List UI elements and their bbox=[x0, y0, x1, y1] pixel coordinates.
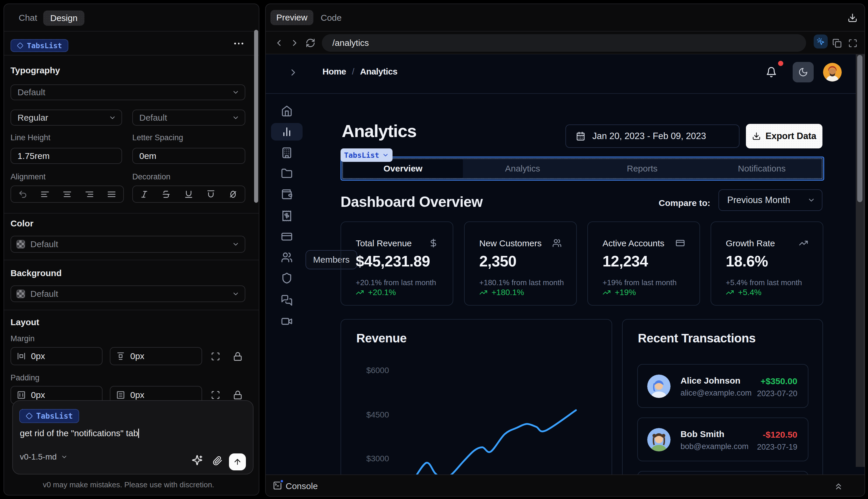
refresh-icon[interactable] bbox=[306, 38, 315, 48]
stat-value: $45,231.89 bbox=[356, 253, 430, 270]
console-label: Console bbox=[286, 475, 318, 497]
nav-rail-item-bar-chart[interactable] bbox=[281, 126, 293, 138]
align-right-icon[interactable] bbox=[85, 190, 94, 199]
chevron-down-icon bbox=[382, 151, 389, 159]
fullscreen-icon[interactable] bbox=[848, 39, 857, 48]
transaction-amount: -$120.50 bbox=[763, 430, 797, 440]
app-scrollbar-thumb[interactable] bbox=[857, 55, 863, 202]
selected-element-badge[interactable]: TabsList bbox=[340, 148, 393, 162]
overline-icon[interactable] bbox=[206, 190, 215, 199]
url-input[interactable]: /analytics bbox=[322, 34, 806, 52]
more-options-button[interactable] bbox=[234, 42, 243, 45]
panel-scrollbar[interactable] bbox=[254, 30, 258, 203]
download-icon[interactable] bbox=[847, 13, 857, 23]
color-select[interactable]: Default bbox=[11, 236, 245, 253]
app-scrollbar-track[interactable] bbox=[856, 54, 865, 467]
chevron-down-icon bbox=[232, 88, 239, 96]
align-left-icon[interactable] bbox=[40, 190, 50, 199]
line-height-input[interactable]: 1.75rem bbox=[11, 148, 122, 164]
strikethrough-icon[interactable] bbox=[162, 190, 171, 199]
arrow-up-icon bbox=[233, 458, 242, 466]
diamond-icon bbox=[17, 42, 23, 49]
composer-context-chip[interactable]: TabsList bbox=[19, 409, 79, 423]
padding-label: Padding bbox=[11, 373, 39, 382]
tab-preview[interactable]: Preview bbox=[271, 10, 313, 25]
app-tab-overview[interactable]: Overview bbox=[343, 159, 463, 178]
nav-rail-item-building[interactable] bbox=[281, 147, 293, 159]
chevrons-up-icon[interactable] bbox=[833, 482, 843, 491]
margin-expand-icon[interactable] bbox=[211, 352, 220, 361]
tab-design[interactable]: Design bbox=[43, 11, 84, 26]
chat-composer[interactable]: TabsList get rid of the "notifications" … bbox=[12, 400, 253, 474]
letter-spacing-label: Letter Spacing bbox=[132, 133, 183, 142]
color-select-value: Default bbox=[30, 239, 58, 249]
composer-input[interactable]: get rid of the "notifications" tab bbox=[20, 428, 139, 438]
nav-rail-item-video[interactable] bbox=[281, 316, 293, 327]
model-select[interactable]: v0-1.5-md bbox=[20, 452, 68, 462]
nav-rail-item-wallet[interactable] bbox=[281, 188, 293, 200]
line-height-value: 1.75rem bbox=[11, 151, 50, 161]
disclaimer-text: v0 may make mistakes. Please use with di… bbox=[4, 480, 253, 489]
italic-icon[interactable] bbox=[140, 190, 149, 199]
avatar[interactable] bbox=[823, 63, 842, 82]
breadcrumb: Home / Analytics bbox=[322, 66, 397, 76]
send-button[interactable] bbox=[229, 453, 246, 470]
inspect-cursor-icon[interactable] bbox=[814, 35, 828, 49]
date-range-button[interactable]: Jan 20, 2023 - Feb 09, 2023 bbox=[566, 124, 740, 148]
margin-y-input[interactable]: 0px bbox=[110, 347, 202, 365]
nav-rail-item-credit-card[interactable] bbox=[281, 231, 293, 243]
transaction-date: 2023-07-20 bbox=[757, 389, 797, 398]
letter-spacing-value: 0em bbox=[133, 151, 156, 161]
composer-chip-label: TabsList bbox=[36, 412, 73, 421]
attach-file-icon[interactable] bbox=[213, 456, 223, 466]
download-icon bbox=[752, 132, 761, 141]
tab-code[interactable]: Code bbox=[321, 4, 342, 32]
console-bar[interactable]: Console bbox=[266, 474, 865, 496]
enhance-prompt-icon[interactable] bbox=[191, 454, 203, 466]
tab-chat[interactable]: Chat bbox=[19, 4, 37, 32]
export-data-button[interactable]: Export Data bbox=[746, 124, 822, 148]
align-justify-icon[interactable] bbox=[107, 190, 116, 199]
app-tab-notifications[interactable]: Notifications bbox=[702, 159, 822, 178]
app-tab-reports[interactable]: Reports bbox=[582, 159, 702, 178]
model-select-value: v0-1.5-md bbox=[20, 452, 57, 462]
breadcrumb-home[interactable]: Home bbox=[322, 66, 346, 76]
align-center-icon[interactable] bbox=[62, 190, 72, 199]
nav-rail-item-messages[interactable] bbox=[281, 294, 293, 306]
stat-title: New Customers bbox=[479, 239, 542, 248]
background-select[interactable]: Default bbox=[11, 285, 245, 302]
underline-icon[interactable] bbox=[184, 190, 193, 199]
nav-rail-item-shield[interactable] bbox=[281, 272, 293, 284]
selected-component-chip[interactable]: TabsList bbox=[11, 39, 69, 52]
font-select[interactable]: Default bbox=[11, 84, 245, 100]
padding-lock-icon[interactable] bbox=[233, 390, 243, 400]
nav-rail-item-home[interactable] bbox=[281, 105, 293, 117]
undo-icon[interactable] bbox=[18, 190, 27, 199]
nav-rail-item-users[interactable] bbox=[281, 252, 293, 263]
letter-spacing-input[interactable]: 0em bbox=[132, 148, 245, 164]
slashed-zero-icon[interactable] bbox=[228, 190, 238, 199]
margin-x-input[interactable]: 0px bbox=[11, 347, 102, 365]
alignment-label: Alignment bbox=[11, 172, 46, 181]
calendar-icon bbox=[576, 132, 585, 141]
copy-icon[interactable] bbox=[832, 39, 842, 48]
sidebar-toggle-icon[interactable] bbox=[288, 67, 298, 78]
stat-card: New Customers2,350+180.1% from last mont… bbox=[464, 221, 577, 306]
trending-up-icon bbox=[799, 239, 808, 248]
compare-select[interactable]: Previous Month bbox=[718, 189, 822, 211]
app-tab-analytics[interactable]: Analytics bbox=[463, 159, 583, 178]
theme-toggle-button[interactable] bbox=[793, 62, 814, 82]
font-weight-select[interactable]: Regular bbox=[11, 110, 122, 126]
back-icon[interactable] bbox=[274, 38, 284, 48]
margin-lock-icon[interactable] bbox=[233, 352, 243, 361]
padding-expand-icon[interactable] bbox=[211, 390, 220, 400]
chevron-down-icon bbox=[61, 453, 68, 460]
nav-rail-item-folder[interactable] bbox=[281, 168, 293, 179]
nav-rail-item-receipt[interactable] bbox=[281, 210, 293, 222]
selected-element-label: TabsList bbox=[344, 151, 379, 159]
dollar-icon bbox=[429, 239, 438, 248]
font-size-select[interactable]: Default bbox=[132, 110, 245, 126]
forward-icon[interactable] bbox=[290, 38, 300, 48]
bell-icon[interactable] bbox=[766, 66, 777, 78]
breadcrumb-analytics[interactable]: Analytics bbox=[360, 66, 397, 76]
